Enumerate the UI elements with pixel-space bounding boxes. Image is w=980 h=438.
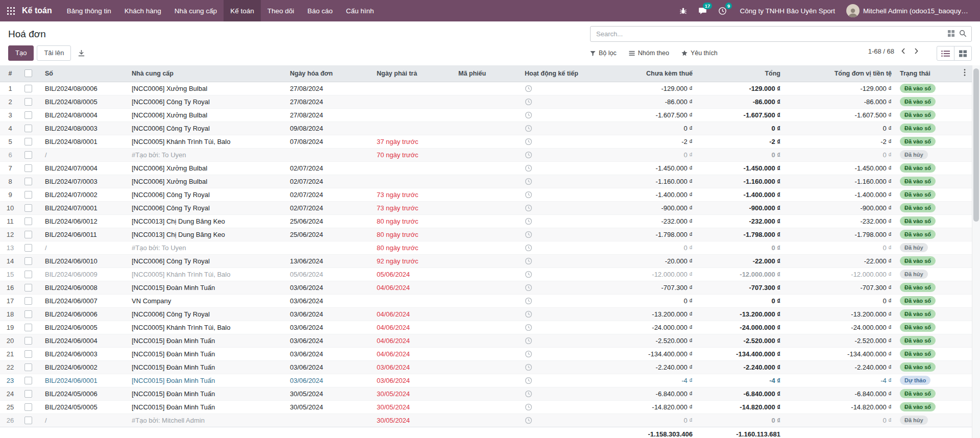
top-menu-item[interactable]: Theo dõi [261,0,301,21]
next-activity-clock-icon[interactable] [525,403,532,411]
table-row[interactable]: 20 BIL/2024/06/0004 [NCC0015] Đoàn Minh … [0,334,972,347]
row-checkbox[interactable] [24,204,32,212]
row-checkbox[interactable] [24,284,32,291]
row-checkbox[interactable] [24,337,32,345]
row-checkbox[interactable] [24,217,32,225]
top-menu-item[interactable]: Khách hàng [118,0,168,21]
top-menu-item[interactable]: Cấu hình [339,0,381,21]
column-header-due-date[interactable]: Ngày phải trả [373,65,454,82]
row-checkbox[interactable] [24,85,32,92]
table-row[interactable]: 15 BIL/2024/06/0009 [NCC0005] Khánh Trìn… [0,267,972,281]
table-row[interactable]: 2 BIL/2024/08/0005 [NCC0006] Công Ty Roy… [0,95,972,108]
table-row[interactable]: 26 / #Tạo bởi: Mitchell Admin 30/05/2024… [0,413,972,427]
activities-clock-icon[interactable]: 9 [713,0,732,21]
row-checkbox[interactable] [24,244,32,252]
row-checkbox[interactable] [24,231,32,238]
next-activity-clock-icon[interactable] [525,257,532,265]
next-activity-clock-icon[interactable] [525,310,532,318]
column-header-invoice-date[interactable]: Ngày hóa đơn [286,65,373,82]
row-checkbox[interactable] [24,98,32,106]
messages-icon[interactable]: 17 [693,0,713,21]
table-row[interactable]: 6 / #Tạo bởi: To Uyen 70 ngày trước 0 ₫ … [0,148,972,161]
vertical-scrollbar[interactable] [972,65,980,438]
next-activity-clock-icon[interactable] [525,178,532,185]
column-header-vendor[interactable]: Nhà cung cấp [128,65,286,82]
groupby-button[interactable]: Nhóm theo [629,50,669,57]
next-activity-clock-icon[interactable] [525,191,532,199]
next-activity-clock-icon[interactable] [525,231,532,238]
row-checkbox[interactable] [24,377,32,384]
next-activity-clock-icon[interactable] [525,284,532,291]
user-menu[interactable]: Mitchell Admin (odoo15_baoquyenspor... [842,0,980,21]
kanban-view-button[interactable] [954,46,972,61]
table-row[interactable]: 19 BIL/2024/06/0005 [NCC0005] Khánh Trìn… [0,321,972,334]
row-checkbox[interactable] [24,297,32,305]
row-checkbox[interactable] [24,350,32,358]
upload-button[interactable]: Tải lên [37,45,71,61]
optional-columns-button[interactable] [957,65,972,82]
table-row[interactable]: 11 BIL/2024/06/0012 [NCC0013] Chị Dung B… [0,214,972,228]
next-activity-clock-icon[interactable] [525,111,532,119]
column-header-number[interactable]: Số [41,65,128,82]
next-page-button[interactable] [913,47,920,55]
scrollbar-thumb[interactable] [973,68,979,222]
column-header-reference[interactable]: Mã phiếu [454,65,521,82]
row-checkbox[interactable] [24,363,32,371]
row-checkbox[interactable] [24,403,32,411]
table-row[interactable]: 16 BIL/2024/06/0008 [NCC0015] Đoàn Minh … [0,281,972,294]
table-row[interactable]: 21 BIL/2024/06/0003 [NCC0015] Đoàn Minh … [0,347,972,360]
row-checkbox[interactable] [24,111,32,119]
next-activity-clock-icon[interactable] [525,271,532,278]
table-row[interactable]: 18 BIL/2024/06/0006 [NCC0006] Công Ty Ro… [0,307,972,321]
table-row[interactable]: 4 BIL/2024/08/0003 [NCC0006] Công Ty Roy… [0,121,972,135]
row-checkbox[interactable] [24,257,32,265]
apps-grid-icon[interactable] [0,0,20,21]
table-row[interactable]: 10 BIL/2024/07/0001 [NCC0006] Công Ty Ro… [0,201,972,214]
table-row[interactable]: 25 BIL/2024/05/0005 [NCC0015] Đoàn Minh … [0,400,972,413]
top-menu-item[interactable]: Báo cáo [301,0,339,21]
next-activity-clock-icon[interactable] [525,217,532,225]
next-activity-clock-icon[interactable] [525,85,532,92]
search-icon[interactable] [959,30,967,39]
company-switcher[interactable]: Công ty TNHH Bảo Uyên Sport [732,0,842,21]
create-button[interactable]: Tạo [8,45,34,61]
next-activity-clock-icon[interactable] [525,125,532,132]
next-activity-clock-icon[interactable] [525,244,532,252]
search-options-icon[interactable] [948,30,954,38]
row-checkbox[interactable] [24,417,32,424]
top-menu-item[interactable]: Bảng thông tin [60,0,118,21]
next-activity-clock-icon[interactable] [525,151,532,159]
column-header-status[interactable]: Trạng thái [896,65,957,82]
row-checkbox[interactable] [24,164,32,172]
search-input[interactable] [595,30,943,38]
table-row[interactable]: 24 BIL/2024/05/0006 [NCC0015] Đoàn Minh … [0,387,972,400]
previous-page-button[interactable] [900,47,907,55]
column-header-total-currency[interactable]: Tổng đơn vị tiền tệ [785,65,896,82]
next-activity-clock-icon[interactable] [525,417,532,424]
filters-button[interactable]: Bộ lọc [590,50,617,57]
table-row[interactable]: 13 / #Tạo bởi: To Uyen 80 ngày trước 0 ₫… [0,241,972,254]
row-checkbox[interactable] [24,151,32,159]
row-checkbox[interactable] [24,271,32,278]
table-row[interactable]: 1 BIL/2024/08/0006 [NCC0006] Xưởng Bulba… [0,82,972,95]
column-header-total[interactable]: Tổng [697,65,785,82]
table-row[interactable]: 23 BIL/2024/06/0001 [NCC0015] Đoàn Minh … [0,374,972,387]
next-activity-clock-icon[interactable] [525,204,532,212]
export-button[interactable] [74,47,89,59]
table-row[interactable]: 8 BIL/2024/07/0003 [NCC0006] Xưởng Bulba… [0,175,972,188]
next-activity-clock-icon[interactable] [525,138,532,145]
debug-bug-icon[interactable] [674,0,693,21]
app-name[interactable]: Kế toán [20,0,60,21]
row-checkbox[interactable] [24,390,32,398]
table-row[interactable]: 22 BIL/2024/06/0002 [NCC0015] Đoàn Minh … [0,360,972,374]
select-all-checkbox[interactable] [24,69,32,77]
table-row[interactable]: 17 BIL/2024/06/0007 VN Company 03/06/202… [0,294,972,307]
next-activity-clock-icon[interactable] [525,377,532,384]
next-activity-clock-icon[interactable] [525,324,532,331]
favorites-button[interactable]: Yêu thích [681,50,718,57]
column-header-next-activity[interactable]: Hoạt động kế tiếp [521,65,597,82]
table-row[interactable]: 7 BIL/2024/07/0004 [NCC0006] Xưởng Bulba… [0,161,972,175]
next-activity-clock-icon[interactable] [525,363,532,371]
row-checkbox[interactable] [24,310,32,318]
table-row[interactable]: 14 BIL/2024/06/0010 [NCC0006] Công Ty Ro… [0,254,972,267]
